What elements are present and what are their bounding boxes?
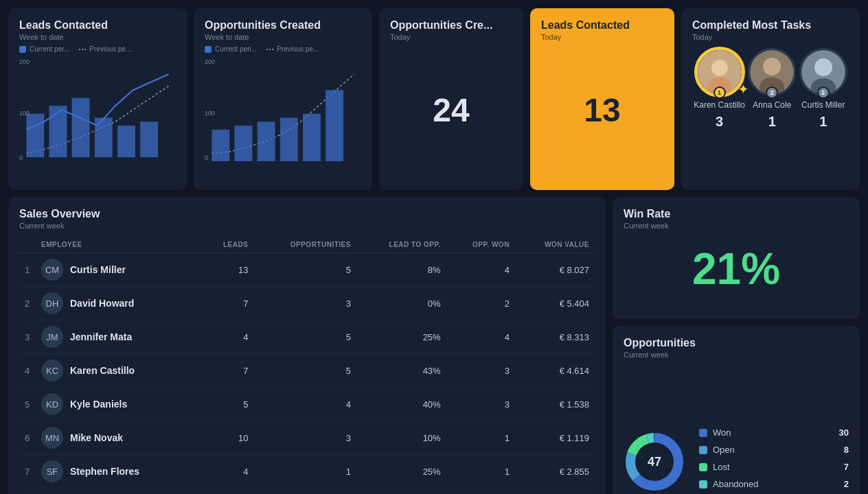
row-won-value: € 2.855 (515, 455, 595, 489)
sales-overview-title: Sales Overview (19, 208, 595, 220)
row-opps: 4 (253, 388, 356, 421)
opp-legend-label: Won (713, 427, 834, 438)
row-employee: SF Stephen Flores (36, 455, 202, 489)
opp-today-subtitle: Today (390, 33, 512, 41)
win-rate-title: Win Rate (624, 208, 849, 220)
row-employee: MN Mike Novak (36, 421, 202, 455)
row-rank: 4 (19, 354, 36, 388)
row-opp-won: 1 (446, 421, 515, 455)
row-lead-to-opp: 10% (356, 421, 446, 455)
win-rate-subtitle: Current week (624, 222, 849, 230)
row-lead-to-opp: 43% (356, 354, 446, 388)
opp-legend-label: Lost (713, 462, 838, 472)
svg-rect-1 (49, 106, 67, 157)
leads-today-title: Leads Contacted (541, 19, 663, 32)
performer-curtis-name: Curtis Miller (801, 100, 845, 110)
leads-contacted-subtitle: Week to date (19, 33, 176, 41)
row-leads: 10 (202, 421, 253, 455)
opp-card-subtitle: Current week (624, 351, 849, 359)
performer-curtis-rank: 2 (817, 86, 830, 99)
row-won-value: € 1.119 (515, 421, 595, 455)
table-row: 4 KC Karen Castillo 7 5 43% 3 € 4.614 (19, 354, 595, 388)
performers-row: 1 ✦ Karen Castillo 3 (692, 48, 849, 130)
opportunities-card: Opportunities Current week (613, 326, 860, 494)
leads-contacted-legend: Current per... Previous pe... (19, 45, 176, 53)
emp-name: Karen Castillo (70, 365, 135, 376)
opp-created-title: Opportunities Created (205, 19, 361, 32)
emp-name: Stephen Flores (70, 466, 139, 477)
row-rank: 6 (19, 421, 36, 455)
y-label-100-leads: 100 (19, 110, 30, 117)
row-leads: 7 (202, 287, 253, 320)
opp-legend-dot (699, 429, 707, 437)
emp-name: Jennifer Mata (70, 331, 132, 342)
opp-chart-area: 200 100 0 (205, 58, 361, 161)
row-lead-to-opp: 0% (356, 287, 446, 320)
opp-chart (205, 58, 361, 161)
sales-table: EMPLOYEE LEADS OPPORTUNITIES LEAD TO OPP… (19, 237, 595, 494)
performer-karen-score: 3 (716, 114, 723, 130)
row-rank: 5 (19, 388, 36, 421)
row-opps: 1 (253, 455, 356, 489)
leads-chart-area: 200 100 0 (19, 58, 176, 161)
y-label-200-leads: 200 (19, 58, 30, 65)
most-tasks-card: Completed Most Tasks Today 1 (681, 8, 860, 190)
win-rate-card: Win Rate Current week 21% (613, 197, 860, 319)
row-won-value: € 4.614 (515, 354, 595, 388)
row-opps: 3 (253, 421, 356, 455)
opp-legend-count: 7 (844, 462, 849, 472)
row-employee: KC Karen Castillo (36, 354, 202, 388)
row-lead-to-opp: 25% (356, 455, 446, 489)
row-opps: 3 (253, 287, 356, 320)
row-employee: DH David Howard (36, 287, 202, 320)
star-icon: ✦ (738, 81, 749, 97)
donut-total: 47 (648, 455, 661, 469)
table-row: 7 SF Stephen Flores 4 1 25% 1 € 2.855 (19, 455, 595, 489)
svg-point-16 (763, 58, 781, 75)
emp-avatar: DH (41, 292, 63, 314)
row-won-value: € 8.313 (515, 320, 595, 354)
leads-today-subtitle: Today (541, 33, 663, 41)
col-leads: LEADS (202, 237, 253, 253)
y-label-200-opp: 200 (205, 58, 215, 65)
row-employee: JM Jennifer Mata (36, 320, 202, 354)
col-lead-to-opp: LEAD TO OPP. (356, 237, 446, 253)
row-rank: 7 (19, 455, 36, 489)
performer-anna-name: Anna Cole (753, 100, 791, 110)
opp-legend-dot (699, 446, 707, 454)
row-rank: 2 (19, 287, 36, 320)
svg-rect-9 (280, 118, 298, 161)
most-tasks-title: Completed Most Tasks (692, 19, 849, 32)
row-rank: 8 (19, 489, 36, 495)
emp-avatar: SF (41, 460, 63, 482)
sales-overview-card: Sales Overview Current week EMPLOYEE LEA… (8, 197, 606, 494)
opp-legend-item: Won 30 (699, 427, 849, 438)
table-row: 3 JM Jennifer Mata 4 5 25% 4 € 8.313 (19, 320, 595, 354)
opp-today-number: 24 (390, 41, 512, 179)
row-opps: 5 (253, 320, 356, 354)
table-row: 5 KD Kyle Daniels 5 4 40% 3 € 1.538 (19, 388, 595, 421)
row-employee: CM Curtis Miller (36, 253, 202, 287)
opp-created-card: Opportunities Created Week to date Curre… (194, 8, 372, 190)
opp-legend-label: Abandoned (713, 479, 838, 489)
emp-avatar: CM (41, 259, 63, 281)
row-employee: KD Kyle Daniels (36, 388, 202, 421)
row-won-value: € 5.404 (515, 287, 595, 320)
row-leads: 4 (202, 455, 253, 489)
performer-anna: 2 Anna Cole 1 (748, 48, 796, 130)
opp-created-subtitle: Week to date (205, 33, 361, 41)
leads-contacted-card: Leads Contacted Week to date Current per… (8, 8, 187, 190)
row-opps: 5 (253, 354, 356, 388)
svg-rect-11 (326, 90, 343, 161)
emp-name: Curtis Miller (70, 264, 126, 275)
row-leads: 4 (202, 320, 253, 354)
opp-today-title: Opportunities Cre... (390, 19, 512, 32)
svg-rect-5 (140, 121, 158, 157)
leads-today-number: 13 (541, 41, 663, 179)
donut-wrap: 47 (624, 431, 685, 493)
table-row: 1 CM Curtis Miller 13 5 8% 4 € 8.027 (19, 253, 595, 287)
svg-point-19 (814, 58, 832, 76)
emp-avatar: JM (41, 326, 63, 348)
performer-anna-score: 1 (768, 114, 776, 130)
row-opp-won: 3 (446, 388, 515, 421)
